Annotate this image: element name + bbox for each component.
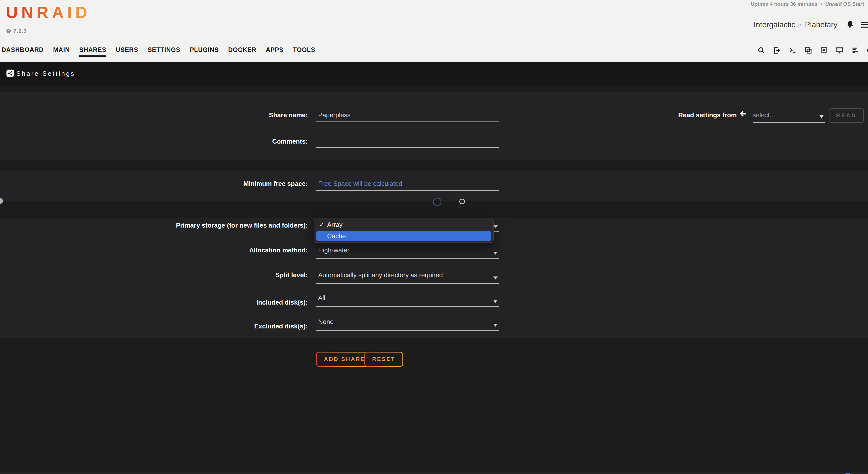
check-icon: ✓ bbox=[319, 219, 324, 230]
uptime-row: Uptime 4 hours 36 minutes•Unraid OS Star… bbox=[751, 1, 868, 7]
duplicate-window-icon[interactable] bbox=[805, 47, 812, 54]
nav-item-settings[interactable]: SETTINGS bbox=[148, 46, 180, 57]
version-row: 7.2.3 bbox=[6, 28, 27, 34]
excluded-disks-select[interactable]: None bbox=[316, 318, 499, 331]
nav-item-dashboard[interactable]: DASHBOARD bbox=[1, 46, 44, 57]
sign-out-icon[interactable] bbox=[773, 47, 781, 54]
included-disks-label: Included disk(s): bbox=[0, 299, 308, 306]
version-label: 7.2.3 bbox=[13, 28, 27, 34]
footer-bar: Array Started Unraid webGui © 2025, Lime… bbox=[0, 472, 868, 474]
min-free-space-label: Minimum free space: bbox=[0, 180, 308, 188]
excluded-disks-label: Excluded disk(s): bbox=[0, 323, 308, 330]
unraid-webgui: UNRAID 7.2.3 Uptime 4 hours 36 minutes•U… bbox=[0, 0, 868, 474]
dropdown-option-cache[interactable]: Cache bbox=[316, 231, 491, 241]
read-button[interactable]: READ bbox=[829, 108, 864, 123]
dropdown-option-array[interactable]: ✓Array bbox=[316, 219, 491, 230]
split-level-label: Split level: bbox=[0, 271, 308, 279]
included-disks-select[interactable]: All bbox=[316, 294, 499, 307]
nav-item-tools[interactable]: TOOLS bbox=[293, 46, 315, 57]
menu-hamburger-icon[interactable] bbox=[861, 22, 868, 28]
caret-down-icon bbox=[493, 324, 498, 327]
array-status-link[interactable]: Array Started bbox=[6, 473, 47, 474]
share-settings-icon bbox=[6, 70, 14, 77]
terminal-icon[interactable] bbox=[789, 47, 797, 54]
page-title-bar: Share Settings bbox=[0, 62, 868, 86]
read-settings-select[interactable]: select... bbox=[753, 111, 825, 123]
read-settings-label: Read settings from bbox=[646, 111, 737, 119]
search-icon[interactable] bbox=[757, 47, 765, 54]
caret-down-icon bbox=[493, 300, 498, 303]
click-indicator-circle bbox=[459, 199, 465, 204]
nav-items: DASHBOARDMAINSHARESUSERSSETTINGSPLUGINSD… bbox=[1, 46, 315, 57]
unraid-logo[interactable]: UNRAID bbox=[6, 3, 91, 22]
split-level-select[interactable]: Automatically split any directory as req… bbox=[316, 271, 499, 284]
min-free-space-input[interactable]: Free Space will be calculated bbox=[316, 180, 499, 191]
copyright-text: Unraid webGui © 2025, Lime Technology, I… bbox=[703, 473, 814, 474]
page-title: Share Settings bbox=[17, 70, 75, 77]
server-description: Planetary bbox=[805, 21, 837, 29]
uptime-text: Uptime 4 hours 36 minutes bbox=[751, 1, 817, 7]
top-header: UNRAID 7.2.3 Uptime 4 hours 36 minutes•U… bbox=[0, 0, 868, 62]
share-name-label: Share name: bbox=[0, 111, 308, 119]
nav-item-shares[interactable]: SHARES bbox=[79, 46, 106, 57]
main-navbar: DASHBOARDMAINSHARESUSERSSETTINGSPLUGINSD… bbox=[0, 46, 868, 58]
notifications-bell-icon[interactable] bbox=[846, 21, 854, 29]
system-log-icon[interactable] bbox=[851, 47, 859, 54]
reset-button[interactable]: RESET bbox=[364, 352, 403, 367]
autoscroll-cursor-icon bbox=[433, 198, 441, 206]
share-name-input[interactable]: Paperpless bbox=[316, 111, 499, 122]
primary-storage-label: Primary storage (for new files and folde… bbox=[0, 222, 308, 229]
server-row: Intergalactic • Planetary bbox=[754, 21, 868, 29]
allocation-method-label: Allocation method: bbox=[0, 246, 308, 254]
os-edition-label: Unraid OS Start bbox=[825, 1, 864, 7]
nav-item-plugins[interactable]: PLUGINS bbox=[190, 46, 219, 57]
section-identity bbox=[0, 92, 868, 161]
comments-input[interactable] bbox=[316, 138, 499, 148]
server-separator: • bbox=[799, 22, 801, 28]
nav-item-apps[interactable]: APPS bbox=[266, 46, 283, 57]
feedback-icon[interactable] bbox=[820, 47, 828, 54]
caret-down-icon bbox=[493, 276, 498, 279]
caret-down-icon bbox=[493, 225, 498, 228]
nav-toolbar bbox=[757, 47, 868, 54]
nav-item-docker[interactable]: DOCKER bbox=[228, 46, 256, 57]
comments-label: Comments: bbox=[0, 138, 308, 145]
arrow-left-icon bbox=[739, 110, 747, 118]
support-chat-icon[interactable] bbox=[845, 473, 850, 474]
nav-item-users[interactable]: USERS bbox=[116, 46, 138, 57]
caret-down-icon bbox=[493, 252, 498, 255]
primary-storage-dropdown: ✓ArrayCache bbox=[314, 217, 494, 243]
server-name: Intergalactic bbox=[754, 21, 795, 29]
nav-item-main[interactable]: MAIN bbox=[53, 46, 70, 57]
version-icon bbox=[6, 29, 11, 33]
uptime-separator: • bbox=[820, 1, 822, 7]
allocation-method-select[interactable]: High-water bbox=[316, 246, 499, 259]
caret-down-icon bbox=[819, 115, 824, 118]
remote-display-icon[interactable] bbox=[836, 47, 843, 54]
